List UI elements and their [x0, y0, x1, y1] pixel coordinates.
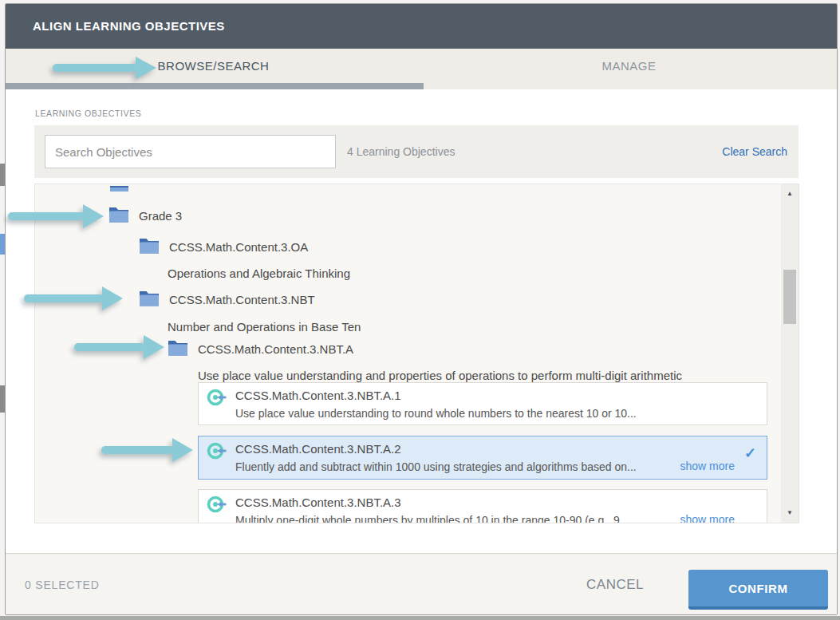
dialog-footer: 0 SELECTED CANCEL CONFIRM: [6, 554, 837, 615]
tree-desc-3-nbt: Number and Operations in Base Ten: [168, 320, 361, 334]
annotation-arrow-3-nbt: [24, 286, 123, 310]
objective-description: Fluently add and subtract within 1000 us…: [235, 460, 637, 473]
tree-folder-3-nbt[interactable]: CCSS.Math.Content.3.NBT: [169, 293, 315, 306]
arrow-head: [102, 286, 123, 310]
annotation-arrow-3-nbt-a: [74, 335, 164, 359]
dialog-title: ALIGN LEARNING OBJECTIVES: [33, 4, 225, 49]
folder-icon-3-nbt-a: [168, 339, 188, 356]
show-more-link[interactable]: show more: [680, 513, 735, 523]
tree-folder-3-nbt-a[interactable]: CCSS.Math.Content.3.NBT.A: [198, 342, 353, 356]
annotation-arrow-grade-3: [8, 204, 104, 228]
dialog-header: ALIGN LEARNING OBJECTIVES: [6, 4, 837, 49]
tree-desc-3-oa: Operations and Algebraic Thinking: [168, 267, 350, 280]
objective-code: CCSS.Math.Content.3.NBT.A.1: [235, 389, 401, 402]
search-input[interactable]: [45, 135, 336, 168]
objective-target-icon: [207, 387, 227, 408]
arrow-body: [8, 212, 85, 221]
tree-desc-3-nbt-a: Use place value understanding and proper…: [198, 369, 774, 382]
tab-indicator-row: [6, 83, 837, 89]
selected-count: 0 SELECTED: [25, 554, 100, 615]
scrollbar-down-arrow-icon[interactable]: ▼: [781, 507, 799, 519]
objective-code: CCSS.Math.Content.3.NBT.A.2: [235, 442, 401, 456]
folder-icon-3-nbt: [139, 290, 160, 306]
objective-target-icon: [207, 440, 227, 461]
objective-code: CCSS.Math.Content.3.NBT.A.3: [235, 496, 401, 509]
objective-description: Multiply one-digit whole numbers by mult…: [235, 514, 629, 523]
annotation-arrow-nbt-a-2: [101, 438, 193, 462]
show-more-link[interactable]: show more: [680, 460, 735, 472]
selected-check-icon: ✓: [744, 444, 756, 462]
objective-target-icon: [207, 494, 227, 515]
align-learning-objectives-dialog: ALIGN LEARNING OBJECTIVES BROWSE/SEARCH …: [5, 3, 838, 615]
arrow-body: [101, 446, 174, 455]
tree-folder-grade-3[interactable]: Grade 3: [139, 209, 182, 223]
scrollbar-thumb[interactable]: [783, 270, 796, 324]
clear-search-link[interactable]: Clear Search: [722, 125, 787, 178]
objective-card-nbt-a-3[interactable]: CCSS.Math.Content.3.NBT.A.3 Multiply one…: [198, 489, 767, 523]
annotation-arrow-browse-search: [53, 57, 156, 79]
objective-count: 4 Learning Objectives: [347, 125, 455, 178]
arrow-head: [83, 204, 104, 228]
section-label: LEARNING OBJECTIVES: [35, 109, 141, 118]
arrow-body: [24, 294, 104, 303]
folder-icon-partial: [110, 186, 128, 192]
search-panel: 4 Learning Objectives Clear Search: [34, 125, 799, 178]
confirm-button[interactable]: CONFIRM: [688, 570, 828, 610]
arrow-head: [172, 438, 193, 462]
tree-folder-3-oa[interactable]: CCSS.Math.Content.3.OA: [169, 240, 308, 254]
folder-icon-3-oa: [139, 237, 160, 254]
vertical-scrollbar[interactable]: ▲ ▼: [781, 184, 799, 523]
arrow-body: [53, 64, 137, 72]
active-tab-indicator: [6, 83, 424, 89]
objective-card-nbt-a-2[interactable]: CCSS.Math.Content.3.NBT.A.2 Fluently add…: [198, 436, 767, 480]
tab-manage[interactable]: MANAGE: [421, 49, 837, 83]
arrow-head: [144, 335, 164, 359]
folder-icon-grade-3: [108, 206, 129, 223]
scrollbar-up-arrow-icon[interactable]: ▲: [781, 188, 799, 200]
arrow-head: [136, 57, 156, 79]
objective-description: Use place value understanding to round w…: [235, 407, 637, 420]
objective-card-nbt-a-1[interactable]: CCSS.Math.Content.3.NBT.A.1 Use place va…: [198, 382, 767, 425]
arrow-body: [74, 343, 145, 352]
page-behind-bottom-strip: [0, 616, 840, 620]
cancel-button[interactable]: CANCEL: [586, 554, 644, 615]
